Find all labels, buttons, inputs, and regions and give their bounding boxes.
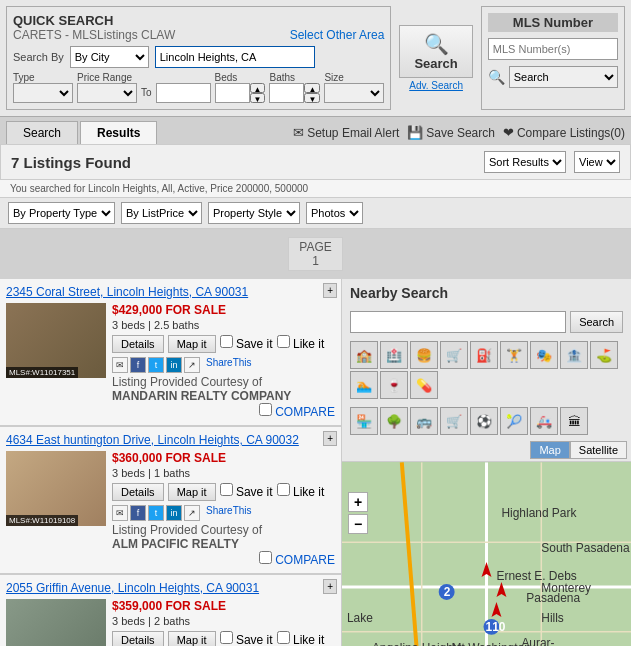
- sharethis-2[interactable]: ShareThis: [206, 505, 252, 521]
- nearby-icon-shopping[interactable]: 🛒: [440, 341, 468, 369]
- search-button[interactable]: 🔍 Search: [399, 25, 472, 78]
- nearby-icon-ambulance[interactable]: 🚑: [530, 407, 558, 435]
- view-select[interactable]: View: [574, 151, 620, 173]
- save-checkbox-2[interactable]: [220, 483, 233, 496]
- map-btn-1[interactable]: Map it: [168, 335, 216, 353]
- email-social-icon-1[interactable]: ✉: [112, 357, 128, 373]
- facebook-icon-2[interactable]: f: [130, 505, 146, 521]
- like-checkbox-1[interactable]: [277, 335, 290, 348]
- listing-compare-1[interactable]: COMPARE: [112, 403, 335, 419]
- nearby-icon-soccer[interactable]: ⚽: [470, 407, 498, 435]
- nearby-icon-wine[interactable]: 🍷: [380, 371, 408, 399]
- baths-up[interactable]: ▲: [304, 83, 320, 93]
- like-checkbox-2[interactable]: [277, 483, 290, 496]
- nearby-icon-golf[interactable]: ⛳: [590, 341, 618, 369]
- map-header: Map Satellite: [342, 439, 631, 462]
- search-by-select[interactable]: By City By Zip By Address: [70, 46, 149, 68]
- setup-email-button[interactable]: ✉ Setup Email Alert: [293, 125, 399, 140]
- compare-button[interactable]: ❤ Compare Listings(0): [503, 125, 625, 140]
- nearby-icon-transit[interactable]: 🚌: [410, 407, 438, 435]
- nearby-search-input[interactable]: [350, 311, 566, 333]
- property-style-select[interactable]: Property Style: [208, 202, 300, 224]
- mls-input[interactable]: [488, 38, 618, 60]
- expand-button-2[interactable]: +: [323, 431, 337, 446]
- like-checkbox-3[interactable]: [277, 631, 290, 644]
- nearby-icon-arts[interactable]: 🎭: [530, 341, 558, 369]
- photos-select[interactable]: Photos: [306, 202, 363, 224]
- nearby-icons-row-2: 🏪 🌳 🚌 🛒 ⚽ 🎾 🚑 🏛: [342, 403, 631, 439]
- nearby-icon-pharmacy[interactable]: 💊: [410, 371, 438, 399]
- nearby-icon-store[interactable]: 🏪: [350, 407, 378, 435]
- save-checkbox-1[interactable]: [220, 335, 233, 348]
- sharethis-1[interactable]: ShareThis: [206, 357, 252, 373]
- listing-beds-3: 3 beds | 2 baths: [112, 615, 335, 627]
- beds-input[interactable]: [215, 83, 250, 103]
- nearby-search-button[interactable]: Search: [570, 311, 623, 333]
- nearby-icon-food[interactable]: 🍔: [410, 341, 438, 369]
- type-select[interactable]: [13, 83, 73, 103]
- save-icon: 💾: [407, 125, 423, 140]
- tab-search[interactable]: Search: [6, 121, 78, 144]
- sort-select[interactable]: Sort Results: [484, 151, 566, 173]
- nearby-icon-tennis[interactable]: 🎾: [500, 407, 528, 435]
- details-btn-1[interactable]: Details: [112, 335, 164, 353]
- listing-address-1[interactable]: 2345 Coral Street, Lincoln Heights, CA 9…: [6, 285, 335, 299]
- adv-search-link[interactable]: Adv. Search: [409, 80, 463, 91]
- qs-fields-row: Type Price Range To Beds ▲▼ Baths: [13, 72, 384, 103]
- select-other-area-link[interactable]: Select Other Area: [290, 28, 385, 42]
- listing-address-2[interactable]: 4634 East huntington Drive, Lincoln Heig…: [6, 433, 335, 447]
- tabs-bar: Search Results ✉ Setup Email Alert 💾 Sav…: [0, 117, 631, 144]
- beds-up[interactable]: ▲: [250, 83, 266, 93]
- nearby-icon-bank[interactable]: 🏦: [560, 341, 588, 369]
- mls-search-select[interactable]: Search: [509, 66, 618, 88]
- nearby-icon-school[interactable]: 🏫: [350, 341, 378, 369]
- baths-input[interactable]: [269, 83, 304, 103]
- nearby-icon-pool[interactable]: 🏊: [350, 371, 378, 399]
- satellite-button[interactable]: Satellite: [570, 441, 627, 459]
- location-input[interactable]: [155, 46, 315, 68]
- details-btn-2[interactable]: Details: [112, 483, 164, 501]
- linkedin-icon-1[interactable]: in: [166, 357, 182, 373]
- share-icon-1[interactable]: ↗: [184, 357, 200, 373]
- tab-actions: ✉ Setup Email Alert 💾 Save Search ❤ Comp…: [293, 125, 625, 140]
- facebook-icon-1[interactable]: f: [130, 357, 146, 373]
- nearby-icon-park[interactable]: 🌳: [380, 407, 408, 435]
- price-to-input[interactable]: [156, 83, 211, 103]
- beds-down[interactable]: ▼: [250, 93, 266, 103]
- nearby-icon-library[interactable]: 🏛: [560, 407, 588, 435]
- baths-down[interactable]: ▼: [304, 93, 320, 103]
- map-button[interactable]: Map: [530, 441, 569, 459]
- filter-bar: By Property Type By ListPrice Property S…: [0, 198, 631, 229]
- nearby-icon-gas[interactable]: ⛽: [470, 341, 498, 369]
- twitter-icon-1[interactable]: t: [148, 357, 164, 373]
- list-price-select[interactable]: By ListPrice: [121, 202, 202, 224]
- nearby-icon-hospital[interactable]: 🏥: [380, 341, 408, 369]
- save-checkbox-3[interactable]: [220, 631, 233, 644]
- size-select[interactable]: [324, 83, 384, 103]
- expand-button-3[interactable]: +: [323, 579, 337, 594]
- map-btn-2[interactable]: Map it: [168, 483, 216, 501]
- map-area[interactable]: Highland Park South Pasadena Pasadena La…: [342, 462, 631, 646]
- nearby-icon-cart[interactable]: 🛒: [440, 407, 468, 435]
- expand-button-1[interactable]: +: [323, 283, 337, 298]
- details-btn-3[interactable]: Details: [112, 631, 164, 646]
- save-search-button[interactable]: 💾 Save Search: [407, 125, 495, 140]
- share-icon-2[interactable]: ↗: [184, 505, 200, 521]
- listing-info-1: $429,000 FOR SALE 3 beds | 2.5 baths Det…: [112, 303, 335, 419]
- twitter-icon-2[interactable]: t: [148, 505, 164, 521]
- zoom-in-button[interactable]: +: [348, 492, 368, 512]
- linkedin-icon-2[interactable]: in: [166, 505, 182, 521]
- compare-checkbox-1[interactable]: [259, 403, 272, 416]
- listing-compare-2[interactable]: COMPARE: [112, 551, 335, 567]
- price-range-select[interactable]: [77, 83, 137, 103]
- svg-text:Lake: Lake: [347, 611, 373, 625]
- tab-results[interactable]: Results: [80, 121, 157, 144]
- email-social-icon-2[interactable]: ✉: [112, 505, 128, 521]
- baths-field: Baths ▲▼: [269, 72, 320, 103]
- map-btn-3[interactable]: Map it: [168, 631, 216, 646]
- zoom-out-button[interactable]: −: [348, 514, 368, 534]
- property-type-select[interactable]: By Property Type: [8, 202, 115, 224]
- nearby-icon-gym[interactable]: 🏋: [500, 341, 528, 369]
- listing-address-3[interactable]: 2055 Griffin Avenue, Lincoln Heights, CA…: [6, 581, 335, 595]
- compare-checkbox-2[interactable]: [259, 551, 272, 564]
